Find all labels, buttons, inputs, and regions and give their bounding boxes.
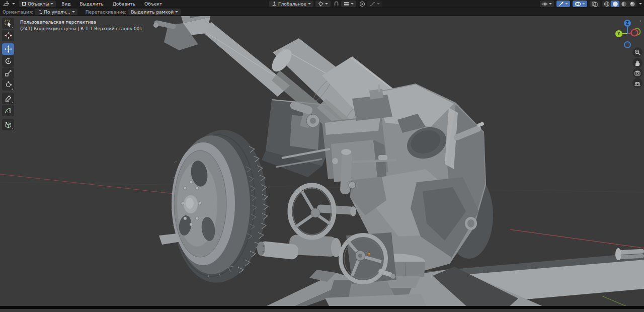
- rotate-tool-icon: [5, 57, 12, 65]
- overlays-icon: [575, 2, 581, 7]
- drag-mode-value: Выделить рамкой: [131, 10, 174, 15]
- view-perspective-label: Пользовательская перспектива: [20, 19, 96, 26]
- shading-material-button[interactable]: [619, 1, 628, 7]
- region-toggle-arrow[interactable]: ‹: [639, 18, 641, 24]
- menu-add[interactable]: Добавить: [109, 2, 139, 7]
- gizmo-axis-z-neg: [624, 42, 630, 48]
- howitzer-model[interactable]: [153, 16, 644, 309]
- perspective-toggle-button[interactable]: [632, 78, 642, 88]
- mode-selector-label: Объекты: [28, 2, 49, 7]
- toggle-xray-button[interactable]: [590, 1, 600, 7]
- tool-transform-button[interactable]: [2, 79, 14, 91]
- shading-rendered-button[interactable]: [628, 1, 636, 7]
- tool-measure-button[interactable]: [2, 105, 14, 116]
- tool-rotate-button[interactable]: [2, 55, 14, 67]
- menu-object[interactable]: Объект: [141, 2, 166, 7]
- tool-cursor-button[interactable]: [2, 30, 14, 41]
- cursor-tool-icon: [5, 32, 12, 39]
- orientation-axis-icon: [272, 2, 277, 7]
- move-tool-icon: [5, 45, 12, 53]
- 3d-viewport[interactable]: Пользовательская перспектива (241) Колле…: [0, 16, 644, 309]
- add-cube-icon: [5, 121, 12, 128]
- viewport-scene: [0, 16, 644, 309]
- object-mode-icon: [22, 2, 26, 6]
- camera-icon: [634, 69, 641, 76]
- pan-button[interactable]: [632, 58, 642, 68]
- shading-wireframe-button[interactable]: [602, 1, 611, 7]
- zoom-icon: [634, 49, 641, 56]
- status-bar-edge: [0, 306, 644, 309]
- pivot-point-icon: [318, 1, 324, 7]
- perspective-grid-icon: [634, 80, 641, 87]
- shading-dropdown-caret[interactable]: [639, 3, 642, 5]
- measure-tool-icon: [5, 107, 12, 114]
- move-mini-icon: [38, 10, 42, 14]
- shading-mode-group: [602, 1, 636, 7]
- navigation-gizmo[interactable]: Z Y: [612, 17, 642, 49]
- tool-add-cube-button[interactable]: [2, 119, 14, 130]
- wheel: [169, 127, 272, 286]
- tool-orientation-dropdown[interactable]: По умолч...: [35, 9, 77, 15]
- tool-settings-bar: Ориентация: По умолч... Перетаскивание: …: [0, 8, 644, 16]
- object-types-visibility-dropdown[interactable]: [540, 1, 554, 7]
- select-box-icon: [5, 20, 12, 27]
- hand-pan-icon: [634, 59, 641, 66]
- camera-view-button[interactable]: [632, 68, 642, 78]
- menu-select[interactable]: Выделить: [76, 2, 107, 7]
- show-gizmos-toggle[interactable]: [556, 1, 570, 7]
- falloff-curve-dropdown[interactable]: [367, 1, 382, 7]
- transform-orientation-dropdown[interactable]: Глобальное: [269, 1, 313, 7]
- editor-type-icon[interactable]: [3, 1, 10, 7]
- object-types-visibility-icon: [542, 2, 548, 7]
- orientation-label: Ориентация:: [3, 10, 33, 15]
- tool-scale-button[interactable]: [2, 67, 14, 79]
- transform-orientation-label: Глобальное: [278, 2, 306, 7]
- svg-text:Y: Y: [617, 32, 620, 36]
- pivot-point-dropdown[interactable]: [315, 1, 331, 7]
- drag-label: Перетаскивание:: [86, 10, 127, 15]
- menu-view[interactable]: Вид: [58, 2, 74, 7]
- proportional-editing-icon[interactable]: [359, 1, 365, 7]
- blender-window: Объекты Вид Выделить Добавить Объект: [0, 0, 644, 312]
- zoom-button[interactable]: [632, 47, 642, 57]
- magnet-snap-icon[interactable]: [334, 1, 339, 7]
- active-object-label: (241) Коллекция сцены | К-1-1 Верхний ст…: [20, 26, 142, 32]
- snap-target-dropdown[interactable]: [341, 1, 356, 7]
- show-overlays-toggle[interactable]: [573, 1, 587, 7]
- tool-orientation-value: По умолч...: [44, 10, 70, 15]
- tool-move-button[interactable]: [2, 43, 14, 55]
- shading-solid-button[interactable]: [611, 1, 619, 7]
- gizmo-arrow-icon: [558, 1, 564, 7]
- scale-tool-icon: [5, 69, 12, 77]
- snap-increment-icon: [344, 2, 349, 7]
- falloff-curve-icon: [370, 2, 375, 7]
- editor-type-caret[interactable]: [12, 3, 15, 5]
- transform-tool-icon: [5, 81, 12, 89]
- svg-text:Z: Z: [626, 21, 629, 26]
- tool-select-box-button[interactable]: [2, 18, 14, 29]
- object-origin-dot: [368, 253, 370, 255]
- tool-annotate-button[interactable]: [2, 93, 14, 104]
- xray-icon: [592, 2, 598, 7]
- mode-selector[interactable]: Объекты: [19, 1, 56, 7]
- drag-mode-dropdown[interactable]: Выделить рамкой: [128, 9, 181, 15]
- gizmo-axis-x: [631, 30, 638, 36]
- traverse-handwheel: [341, 232, 396, 284]
- viewport-header-bar: Объекты Вид Выделить Добавить Объект: [0, 0, 644, 8]
- annotate-pen-icon: [5, 95, 12, 102]
